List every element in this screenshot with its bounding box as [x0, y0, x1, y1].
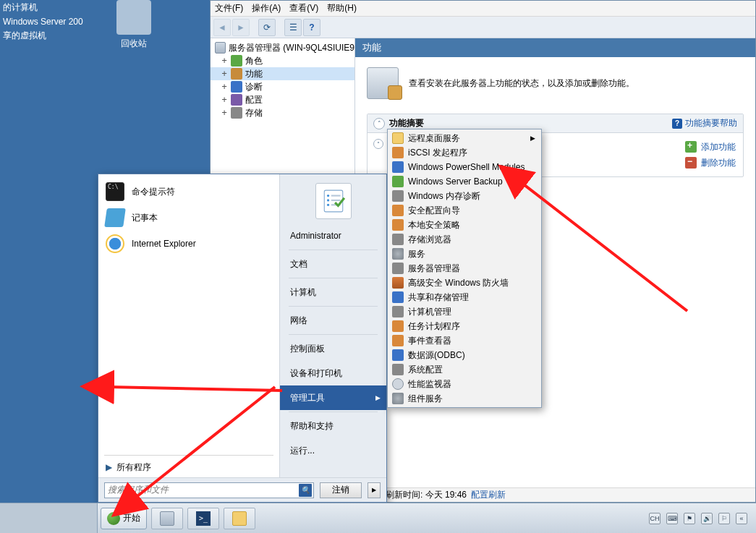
summary-help-link[interactable]: ? 功能摘要帮助 — [672, 117, 737, 129]
search-icon[interactable]: 🔍 — [299, 484, 312, 497]
admin-tool-item[interactable]: Windows 内存诊断 — [389, 189, 540, 203]
admin-tool-item[interactable]: 组件服务 — [389, 391, 540, 406]
desktop-item[interactable]: 享的虚拟机 — [0, 28, 98, 43]
admin-tool-item[interactable]: 事件查看器 — [389, 333, 540, 348]
admin-tool-item[interactable]: 服务 — [389, 247, 540, 261]
tool-icon — [392, 132, 404, 144]
menu-help[interactable]: 帮助(H) — [327, 2, 357, 14]
collapse-icon[interactable]: ˄ — [373, 139, 383, 149]
taskbar-app-explorer[interactable] — [224, 508, 255, 529]
admin-tool-item[interactable]: 存储浏览器 — [389, 232, 540, 247]
start-run[interactable]: 运行... — [280, 438, 386, 463]
refresh-button[interactable]: ⟳ — [258, 19, 276, 36]
admin-tool-item[interactable]: 数据源(ODBC) — [389, 348, 540, 362]
recycle-bin-label: 回收站 — [109, 38, 159, 50]
keyboard-icon[interactable]: ⌨ — [666, 513, 678, 524]
help-button[interactable]: ? — [303, 19, 320, 36]
volume-icon[interactable]: 🔊 — [701, 513, 713, 524]
features-description: 查看安装在此服务器上功能的状态，以及添加或删除功能。 — [409, 77, 634, 90]
admin-tool-item[interactable]: 计算机管理 — [389, 304, 540, 319]
cmd-icon — [106, 182, 124, 201]
desktop-item[interactable]: 的计算机 — [0, 0, 98, 15]
admin-tool-item[interactable]: 共享和存储管理 — [389, 290, 540, 304]
start-app-cmd[interactable]: 命令提示符 — [101, 179, 276, 205]
tree-diagnostics[interactable]: + 诊断 — [211, 80, 354, 93]
user-picture[interactable] — [315, 183, 352, 219]
expand-icon[interactable]: + — [221, 82, 228, 92]
expand-icon[interactable]: + — [221, 56, 228, 66]
admin-tool-item[interactable]: iSCSI 发起程序 — [389, 145, 540, 160]
svg-point-5 — [326, 204, 328, 206]
tool-label: 高级安全 Windows 防火墙 — [408, 277, 509, 289]
admin-tool-item[interactable]: 远程桌面服务▶ — [389, 131, 540, 145]
search-input[interactable]: 搜索程序和文件 🔍 — [104, 482, 314, 498]
admin-tool-item[interactable]: 本地安全策略 — [389, 218, 540, 232]
admin-tool-item[interactable]: 任务计划程序 — [389, 319, 540, 333]
admin-tool-item[interactable]: 服务器管理器 — [389, 261, 540, 276]
admin-tool-item[interactable]: 性能监视器 — [389, 377, 540, 391]
tool-icon — [392, 320, 404, 332]
admin-tool-item[interactable]: 系统配置 — [389, 362, 540, 377]
taskbar-app-server-manager[interactable] — [151, 508, 183, 529]
properties-button[interactable]: ☰ — [284, 19, 302, 36]
submenu-arrow-icon: ▶ — [530, 135, 535, 142]
start-app-notepad[interactable]: 记事本 — [101, 205, 276, 231]
all-programs-label: 所有程序 — [116, 461, 151, 474]
tree-roles-label: 角色 — [245, 55, 263, 67]
add-feature-link[interactable]: 添加功能 — [685, 139, 736, 155]
collapse-icon[interactable]: ˄ — [373, 118, 385, 129]
start-admin-tools[interactable]: 管理工具 ▶ — [280, 385, 386, 410]
logoff-button[interactable]: 注销 — [320, 482, 362, 498]
admin-tool-item[interactable]: Windows PowerShell Modules — [389, 160, 540, 174]
start-user[interactable]: Administrator — [280, 223, 386, 248]
configure-refresh-link[interactable]: 配置刷新 — [471, 489, 506, 501]
start-button[interactable]: 开始 — [101, 508, 147, 529]
start-computer[interactable]: 计算机 — [280, 280, 386, 304]
expand-icon[interactable]: + — [221, 69, 228, 79]
forward-button[interactable]: ► — [232, 19, 250, 36]
all-programs[interactable]: ▶ 所有程序 — [98, 457, 279, 477]
back-button[interactable]: ◄ — [213, 19, 231, 36]
tool-label: 共享和存储管理 — [408, 291, 469, 304]
start-control-panel[interactable]: 控制面板 — [280, 336, 386, 361]
expand-icon[interactable]: + — [221, 108, 228, 118]
tree-features[interactable]: + 功能 — [211, 67, 354, 80]
tree-roles[interactable]: + 角色 — [211, 54, 354, 67]
menu-view[interactable]: 查看(V) — [289, 2, 318, 14]
menu-action[interactable]: 操作(A) — [252, 2, 281, 14]
admin-tool-item[interactable]: Windows Server Backup — [389, 174, 540, 189]
admin-tools-submenu: 远程桌面服务▶iSCSI 发起程序Windows PowerShell Modu… — [387, 129, 542, 408]
tool-label: 任务计划程序 — [408, 320, 460, 333]
add-feature-label: 添加功能 — [701, 141, 736, 153]
summary-title: 功能摘要 — [389, 117, 424, 129]
action-center-icon[interactable]: ⚑ — [684, 513, 695, 524]
statusbar: ⟳ 次刷新时间: 今天 19:46 配置刷新 — [358, 487, 755, 502]
tree-root[interactable]: 服务器管理器 (WIN-9QL4SIUIE9 — [211, 41, 354, 54]
tool-label: 数据源(ODBC) — [408, 349, 465, 362]
remove-feature-label: 删除功能 — [701, 157, 736, 169]
start-app-ie[interactable]: Internet Explorer — [101, 231, 276, 257]
start-devices[interactable]: 设备和打印机 — [280, 361, 386, 385]
desktop-item[interactable]: Windows Server 200 — [0, 15, 98, 28]
notification-icon[interactable]: ⚐ — [718, 513, 730, 524]
admin-tool-item[interactable]: 高级安全 Windows 防火墙 — [389, 276, 540, 290]
lang-indicator[interactable]: CH — [649, 513, 661, 524]
tool-label: iSCSI 发起程序 — [408, 147, 467, 159]
toolbar: ◄ ► ⟳ ☰ ? — [211, 17, 755, 38]
logoff-options-button[interactable]: ▶ — [368, 482, 381, 498]
start-help[interactable]: 帮助和支持 — [280, 414, 386, 438]
tray-overflow-icon[interactable]: « — [736, 513, 747, 524]
svg-rect-2 — [331, 195, 340, 197]
recycle-bin[interactable]: 回收站 — [109, 0, 159, 50]
menu-file[interactable]: 文件(F) — [215, 2, 243, 14]
tree-storage[interactable]: + 存储 — [211, 106, 354, 119]
expand-icon[interactable]: + — [221, 95, 228, 105]
start-network[interactable]: 网络 — [280, 308, 386, 333]
start-documents[interactable]: 文档 — [280, 252, 386, 276]
remove-feature-link[interactable]: 删除功能 — [685, 155, 736, 171]
admin-tool-item[interactable]: 安全配置向导 — [389, 203, 540, 218]
tree-configuration[interactable]: + 配置 — [211, 93, 354, 106]
taskbar-app-powershell[interactable]: >_ — [187, 508, 219, 529]
start-label: 开始 — [123, 512, 140, 524]
add-icon — [685, 141, 697, 153]
